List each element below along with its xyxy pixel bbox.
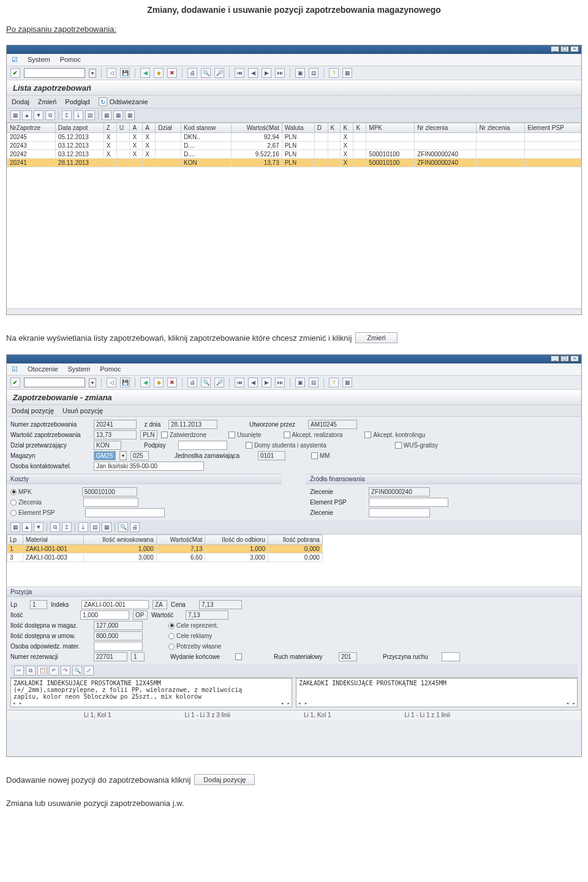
fld-oom[interactable] — [94, 642, 143, 651]
table-cell[interactable] — [366, 133, 415, 142]
table-cell[interactable] — [156, 150, 181, 159]
table-cell[interactable]: 3,000 — [83, 553, 156, 562]
col-k2[interactable]: K — [341, 123, 353, 133]
table-cell[interactable] — [525, 159, 581, 167]
maximize-icon[interactable]: ▢ — [560, 46, 569, 52]
col-psp[interactable]: Element PSP — [525, 123, 581, 133]
table-cell[interactable]: PLN — [282, 142, 314, 150]
sum-icon[interactable]: Σ — [62, 522, 72, 532]
find-next-icon[interactable]: 🔎 — [214, 68, 224, 78]
next-page-icon[interactable]: ▶ — [262, 378, 271, 387]
close-icon[interactable]: × — [570, 46, 579, 52]
table-cell[interactable]: D.... — [181, 150, 232, 159]
requisition-table[interactable]: NrZapotrze Data zapot Z U A A Dział Kod … — [7, 123, 581, 167]
table-cell[interactable]: 13,73 — [231, 159, 282, 167]
sort-asc-icon[interactable]: ▲ — [22, 110, 32, 120]
table-cell[interactable]: 1 — [7, 545, 23, 553]
table-cell[interactable]: PLN — [282, 150, 314, 159]
col-z[interactable]: Z — [104, 123, 116, 133]
col-zl1[interactable]: Nr zlecenia — [415, 123, 477, 133]
table-cell[interactable] — [130, 159, 143, 167]
chk-wus[interactable]: WUŚ-gratisy — [395, 442, 438, 449]
filter-icon[interactable]: ⧉ — [50, 522, 60, 532]
table-cell[interactable]: X — [104, 133, 116, 142]
layout-change-icon[interactable]: ▦ — [113, 110, 123, 120]
table-cell[interactable] — [353, 159, 366, 167]
table-cell[interactable]: X — [143, 133, 156, 142]
table-cell[interactable] — [353, 142, 366, 150]
table-cell[interactable]: ZFIN00000240 — [415, 150, 477, 159]
table-cell[interactable]: 2,67 — [231, 142, 282, 150]
table-cell[interactable]: 20242 — [7, 150, 56, 159]
save-icon[interactable]: 💾 — [120, 68, 130, 78]
prev-page-icon[interactable]: ◀ — [248, 378, 258, 387]
table-cell[interactable] — [156, 133, 181, 142]
sort-asc-icon[interactable]: ▲ — [22, 522, 32, 532]
grid-icon[interactable]: ▦ — [10, 110, 20, 120]
table-cell[interactable]: 1,000 — [83, 545, 156, 553]
table-cell[interactable] — [525, 142, 581, 150]
table-cell[interactable] — [116, 142, 130, 150]
export-icon[interactable]: ⤓ — [74, 110, 83, 120]
zmien-button[interactable]: Zmień — [355, 332, 398, 343]
table-cell[interactable]: X — [341, 142, 353, 150]
table-cell[interactable] — [328, 159, 341, 167]
fld-zlecenia[interactable] — [83, 498, 138, 507]
table-cell[interactable]: X — [341, 133, 353, 142]
table-cell[interactable] — [328, 150, 341, 159]
menu-system[interactable]: System — [68, 365, 91, 373]
table-cell[interactable]: DKN.. — [181, 133, 232, 142]
col-mat[interactable]: Materiał — [23, 535, 83, 545]
table-cell[interactable]: PLN — [282, 133, 314, 142]
btn-podglad[interactable]: Podgląd — [65, 98, 89, 105]
filter-icon[interactable]: ⧉ — [45, 110, 55, 120]
table-cell[interactable] — [314, 150, 328, 159]
table-cell[interactable]: D.... — [181, 142, 232, 150]
rad-mpk[interactable]: MPK — [10, 489, 32, 495]
save-icon[interactable]: 💾 — [120, 378, 130, 387]
prev-page-icon[interactable]: ◀ — [248, 68, 258, 78]
table-cell[interactable] — [415, 133, 477, 142]
table-cell[interactable]: 6,60 — [156, 553, 205, 562]
table-cell[interactable] — [314, 133, 328, 142]
table-cell[interactable] — [477, 159, 525, 167]
fld-element[interactable] — [85, 508, 165, 517]
grid-icon[interactable]: ▦ — [10, 522, 20, 532]
table-cell[interactable]: 20241 — [7, 159, 56, 167]
table-cell[interactable]: X — [143, 150, 156, 159]
table-cell[interactable]: ZAKLI-001-001 — [23, 545, 83, 553]
btn-dodaj[interactable]: Dodaj — [12, 98, 29, 105]
find-icon[interactable]: 🔍 — [201, 378, 211, 387]
fld-ilosc[interactable]: 1,000 — [80, 610, 129, 620]
undo-icon[interactable]: ↶ — [49, 666, 59, 675]
shortcut-icon[interactable]: ▤ — [309, 68, 318, 78]
dropdown-icon[interactable]: ▾ — [89, 69, 96, 78]
menu-help[interactable]: Pomoc — [60, 56, 81, 64]
detail-icon[interactable]: ▤ — [85, 110, 95, 120]
col-a2[interactable]: A — [143, 123, 156, 133]
copy-icon[interactable]: ⧉ — [26, 666, 36, 675]
rad-cele-reprezent[interactable]: Cele reprezent. — [168, 622, 218, 629]
table-cell[interactable]: 05.12.2013 — [55, 133, 104, 142]
table-cell[interactable] — [314, 159, 328, 167]
help-icon[interactable]: ? — [329, 378, 339, 387]
btn-usun-pozycje[interactable]: Usuń pozycję — [62, 407, 103, 414]
table-cell[interactable] — [415, 142, 477, 150]
back-icon[interactable]: ◁ — [107, 378, 116, 387]
minimize-icon[interactable]: _ — [551, 355, 559, 362]
table-cell[interactable]: X — [130, 133, 143, 142]
col-nr[interactable]: NrZapotrze — [7, 123, 56, 133]
table-cell[interactable]: 3 — [7, 553, 23, 562]
table-cell[interactable]: X — [104, 142, 116, 150]
table-cell[interactable]: 92,94 — [231, 133, 282, 142]
table-cell[interactable] — [328, 133, 341, 142]
layout-icon[interactable]: ▦ — [342, 68, 352, 78]
table-cell[interactable] — [477, 133, 525, 142]
rad-element[interactable]: Element PSP — [10, 509, 55, 516]
table-cell[interactable] — [366, 142, 415, 150]
enter-icon[interactable]: ✔ — [10, 378, 20, 387]
command-field[interactable] — [24, 68, 85, 78]
print-icon[interactable]: 🖨 — [187, 378, 197, 387]
find-next-icon[interactable]: 🔎 — [214, 378, 224, 387]
col-iw[interactable]: Ilość wnioskowana — [83, 535, 156, 545]
